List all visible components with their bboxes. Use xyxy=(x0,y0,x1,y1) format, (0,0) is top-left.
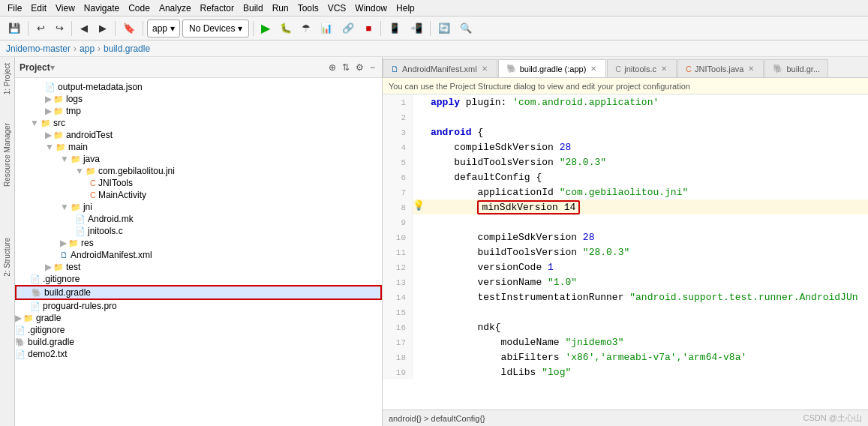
breadcrumb-root[interactable]: Jnidemo-master xyxy=(6,44,71,54)
stop-button[interactable]: ■ xyxy=(360,20,377,38)
menu-view[interactable]: View xyxy=(51,2,80,14)
editor-panel: 🗋 AndroidManifest.xml ✕ 🐘 build.gradle (… xyxy=(383,57,868,426)
editor-content[interactable]: 1 apply plugin: 'com.android.application… xyxy=(383,94,868,410)
tree-item-java[interactable]: ▼ 📁 java xyxy=(15,153,382,165)
structure-tab[interactable]: 2: Structure xyxy=(2,235,13,280)
code-content-16: ndk{ xyxy=(425,320,868,334)
toolbar-separator-7 xyxy=(430,21,431,36)
tab-build-gr[interactable]: 🐘 build.gr... xyxy=(764,59,828,77)
project-tab[interactable]: 1: Project xyxy=(2,60,13,98)
tree-item-tmp[interactable]: ▶ 📁 tmp xyxy=(15,105,382,117)
bookmark-button[interactable]: 🔖 xyxy=(119,20,139,38)
gutter-19 xyxy=(413,364,425,380)
tree-item-gitignore-root[interactable]: 📄 .gitignore xyxy=(15,324,382,336)
sync-button[interactable]: 🔄 xyxy=(434,20,454,38)
menu-help[interactable]: Help xyxy=(392,2,419,14)
app-dropdown[interactable]: app ▾ xyxy=(147,20,180,38)
folder-arrow-main: ▼ xyxy=(45,142,54,152)
breadcrumb-sep-2: › xyxy=(98,44,101,54)
tree-item-gitignore-app[interactable]: 📄 .gitignore xyxy=(15,273,382,285)
panel-settings-button[interactable]: ⚙ xyxy=(353,62,366,74)
tab-jnitools-java[interactable]: C JNITools.java ✕ xyxy=(677,59,764,77)
tree-item-jni-folder[interactable]: ▼ 📁 jni xyxy=(15,201,382,213)
menu-bar: File Edit View Navigate Code Analyze Ref… xyxy=(0,0,868,16)
menu-build[interactable]: Build xyxy=(239,2,268,14)
panel-minimize-button[interactable]: − xyxy=(368,62,377,74)
code-content-2 xyxy=(425,110,868,124)
code-content-7: applicationId "com.gebilaolitou.jni" xyxy=(425,184,868,200)
search-button[interactable]: 🔍 xyxy=(456,20,476,38)
tree-item-androidmanifest[interactable]: 🗋 AndroidManifest.xml xyxy=(15,249,382,261)
save-button[interactable]: 💾 xyxy=(5,20,24,38)
tab-close-build-gradle[interactable]: ✕ xyxy=(589,64,598,73)
menu-refactor[interactable]: Refactor xyxy=(196,2,239,14)
line-num-15: 15 xyxy=(383,304,413,320)
code-line-7: 7 applicationId "com.gebilaolitou.jni" xyxy=(383,184,868,200)
tree-item-proguard[interactable]: 📄 proguard-rules.pro xyxy=(15,300,382,312)
gutter-10 xyxy=(413,230,425,244)
menu-run[interactable]: Run xyxy=(268,2,293,14)
folder-arrow-test: ▶ xyxy=(45,262,52,272)
no-devices-dropdown[interactable]: No Devices ▾ xyxy=(182,20,249,38)
tree-item-res[interactable]: ▶ 📁 res xyxy=(15,237,382,249)
redo-button[interactable]: ↪ xyxy=(51,20,68,38)
menu-analyze[interactable]: Analyze xyxy=(155,2,196,14)
tab-jnitools-c[interactable]: C jnitools.c ✕ xyxy=(607,59,677,77)
forward-button[interactable]: ▶ xyxy=(95,20,111,38)
tab-androidmanifest[interactable]: 🗋 AndroidManifest.xml ✕ xyxy=(383,59,497,77)
attach-button[interactable]: 🔗 xyxy=(338,20,358,38)
line-num-3: 3 xyxy=(383,124,413,140)
menu-file[interactable]: File xyxy=(3,2,26,14)
line-num-10: 10 xyxy=(383,230,413,244)
tab-close-jnitools-java[interactable]: ✕ xyxy=(746,64,755,73)
breadcrumb-app[interactable]: app xyxy=(80,44,95,54)
code-content-12: versionCode 1 xyxy=(425,260,868,274)
tree-item-package[interactable]: ▼ 📁 com.gebilaolitou.jni xyxy=(15,165,382,177)
menu-tools[interactable]: Tools xyxy=(293,2,323,14)
undo-button[interactable]: ↩ xyxy=(32,20,49,38)
line-num-5: 5 xyxy=(383,154,413,170)
tree-item-src[interactable]: ▼ 📁 src xyxy=(15,117,382,129)
tree-item-build-gradle-root[interactable]: 🐘 build.gradle xyxy=(15,336,382,348)
tree-item-mainactivity[interactable]: C MainActivity xyxy=(15,189,382,201)
line-num-14: 14 xyxy=(383,290,413,304)
gutter-13 xyxy=(413,274,425,290)
breadcrumb-file[interactable]: build.gradle xyxy=(104,44,150,54)
panel-scroll-button[interactable]: ⇅ xyxy=(340,62,352,74)
coverage-button[interactable]: ☂ xyxy=(298,20,314,38)
debug-button[interactable]: 🐛 xyxy=(276,20,296,38)
menu-vcs[interactable]: VCS xyxy=(323,2,351,14)
tree-item-jnitools-c[interactable]: 📄 jnitools.c xyxy=(15,225,382,237)
gutter-17 xyxy=(413,334,425,350)
tab-close-androidmanifest[interactable]: ✕ xyxy=(480,64,489,73)
menu-navigate[interactable]: Navigate xyxy=(80,2,124,14)
menu-window[interactable]: Window xyxy=(350,2,392,14)
toolbar-separator-1 xyxy=(28,21,29,36)
tab-build-gradle-app[interactable]: 🐘 build.gradle (:app) ✕ xyxy=(498,59,607,77)
avd-manager-button[interactable]: 📲 xyxy=(407,20,426,38)
tab-label-jnitools-c: jnitools.c xyxy=(624,64,656,74)
tree-item-logs[interactable]: ▶ 📁 logs xyxy=(15,93,382,105)
run-button[interactable]: ▶ xyxy=(257,20,274,38)
line-num-8: 8 xyxy=(383,200,413,214)
editor-breadcrumb-bottom: android{} > defaultConfig{} xyxy=(389,414,485,423)
tree-item-gradle-folder[interactable]: ▶ 📁 gradle xyxy=(15,312,382,324)
folder-arrow-res: ▶ xyxy=(60,238,67,248)
tree-item-build-gradle-app[interactable]: 🐘 build.gradle xyxy=(15,285,382,300)
tree-item-output-metadata[interactable]: 📄 output-metadata.json xyxy=(15,81,382,93)
panel-dropdown-arrow[interactable]: ▾ xyxy=(50,62,55,73)
tree-item-demo2[interactable]: 📄 demo2.txt xyxy=(15,348,382,360)
tree-item-main[interactable]: ▼ 📁 main xyxy=(15,141,382,153)
tab-close-jnitools-c[interactable]: ✕ xyxy=(659,64,668,73)
menu-code[interactable]: Code xyxy=(124,2,155,14)
tree-item-androidmk[interactable]: 📄 Android.mk xyxy=(15,213,382,225)
profile-button[interactable]: 📊 xyxy=(317,20,336,38)
tree-item-jnitools[interactable]: C JNITools xyxy=(15,177,382,189)
tree-item-test[interactable]: ▶ 📁 test xyxy=(15,261,382,273)
resource-manager-tab[interactable]: Resource Manager xyxy=(2,120,13,190)
panel-add-button[interactable]: ⊕ xyxy=(326,62,338,74)
menu-edit[interactable]: Edit xyxy=(26,2,51,14)
sdk-manager-button[interactable]: 📱 xyxy=(385,20,404,38)
back-button[interactable]: ◀ xyxy=(76,20,92,38)
tree-item-androidtest[interactable]: ▶ 📁 androidTest xyxy=(15,129,382,141)
